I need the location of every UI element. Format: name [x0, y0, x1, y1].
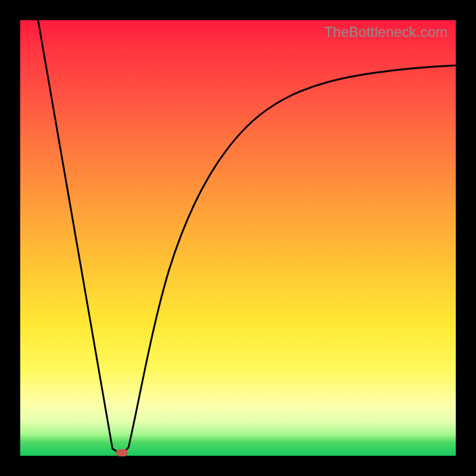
watermark-text: TheBottleneck.com [324, 24, 447, 40]
plot-area: TheBottleneck.com [20, 20, 456, 456]
curve-path [38, 20, 456, 455]
min-marker [116, 449, 128, 456]
bottleneck-curve [20, 20, 456, 456]
chart-frame: TheBottleneck.com [0, 0, 476, 476]
